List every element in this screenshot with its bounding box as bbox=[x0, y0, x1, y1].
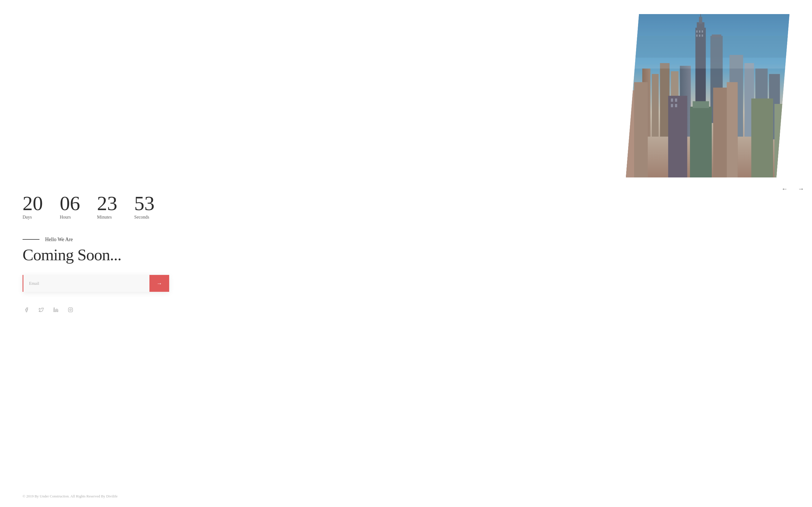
left-panel: 20 Days 06 Hours 23 Minutes 53 Seconds H… bbox=[0, 0, 447, 507]
facebook-icon[interactable] bbox=[22, 306, 31, 314]
svg-rect-13 bbox=[652, 74, 659, 136]
page-wrapper: 20 Days 06 Hours 23 Minutes 53 Seconds H… bbox=[0, 0, 812, 507]
prev-arrow-button[interactable]: ← bbox=[779, 184, 790, 194]
hours-number: 06 bbox=[60, 193, 80, 214]
svg-rect-14 bbox=[660, 63, 670, 136]
svg-rect-30 bbox=[690, 107, 712, 177]
svg-rect-23 bbox=[668, 96, 688, 177]
minutes-number: 23 bbox=[97, 193, 117, 214]
countdown-minutes: 23 Minutes bbox=[97, 193, 117, 220]
svg-point-1 bbox=[54, 308, 55, 309]
email-input-wrapper bbox=[22, 275, 149, 292]
hours-label: Hours bbox=[60, 215, 71, 220]
svg-rect-33 bbox=[774, 104, 790, 177]
svg-rect-31 bbox=[693, 101, 709, 108]
days-label: Days bbox=[22, 215, 32, 220]
hello-text: Hello We Are bbox=[45, 237, 73, 242]
city-svg bbox=[626, 14, 790, 177]
svg-rect-26 bbox=[671, 104, 673, 107]
next-arrow-icon: → bbox=[798, 185, 804, 192]
countdown-days: 20 Days bbox=[22, 193, 43, 220]
minutes-label: Minutes bbox=[97, 215, 112, 220]
svg-rect-0 bbox=[54, 309, 55, 312]
countdown-hours: 06 Hours bbox=[60, 193, 80, 220]
email-input[interactable] bbox=[23, 275, 149, 292]
instagram-icon[interactable] bbox=[66, 306, 74, 314]
seconds-number: 53 bbox=[134, 193, 154, 214]
svg-rect-32 bbox=[751, 99, 773, 177]
days-number: 20 bbox=[22, 193, 43, 214]
email-form: → bbox=[22, 275, 169, 292]
email-section: → bbox=[22, 275, 169, 292]
svg-rect-29 bbox=[727, 82, 738, 177]
right-panel: ← → bbox=[626, 14, 812, 194]
city-image bbox=[626, 14, 790, 177]
svg-rect-24 bbox=[671, 99, 673, 102]
email-submit-button[interactable]: → bbox=[149, 275, 169, 292]
coming-soon-title: Coming Soon... bbox=[22, 246, 424, 264]
next-arrow-button[interactable]: → bbox=[796, 184, 806, 194]
svg-rect-25 bbox=[675, 99, 677, 102]
linkedin-icon[interactable] bbox=[52, 306, 60, 314]
svg-rect-22 bbox=[634, 82, 648, 177]
svg-rect-27 bbox=[675, 104, 677, 107]
nav-arrows: ← → bbox=[626, 184, 812, 194]
prev-arrow-icon: ← bbox=[781, 185, 788, 192]
hello-divider bbox=[22, 239, 40, 240]
hero-section: Hello We Are Coming Soon... bbox=[22, 237, 424, 264]
social-section bbox=[22, 306, 424, 314]
countdown-section: 20 Days 06 Hours 23 Minutes 53 Seconds bbox=[22, 193, 424, 220]
twitter-icon[interactable] bbox=[37, 306, 45, 314]
hello-line-wrapper: Hello We Are bbox=[22, 237, 424, 242]
svg-rect-2 bbox=[68, 308, 73, 312]
footer: © 2019 By Under Construction. All Rights… bbox=[22, 494, 117, 499]
copyright-text: © 2019 By Under Construction. All Rights… bbox=[22, 494, 117, 498]
submit-arrow-icon: → bbox=[156, 280, 162, 287]
seconds-label: Seconds bbox=[134, 215, 149, 220]
countdown-seconds: 53 Seconds bbox=[134, 193, 154, 220]
svg-rect-40 bbox=[626, 14, 790, 68]
